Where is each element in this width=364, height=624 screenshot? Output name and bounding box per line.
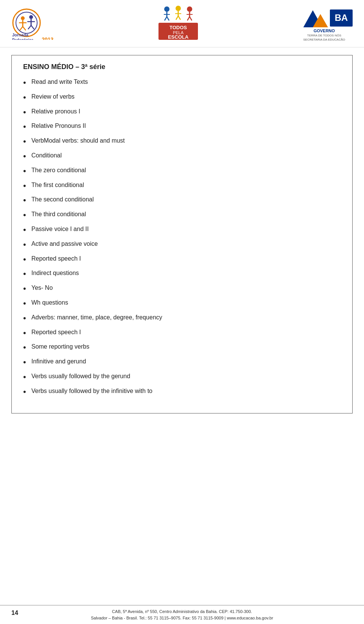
- list-item-text: Conditional: [31, 151, 62, 160]
- list-item: Active and passive voice: [23, 240, 341, 251]
- bahia-logo-svg: BA GOVERNO TERRA DE TODOS NÓS SECRETARIA…: [292, 6, 356, 41]
- list-item-text: The third conditional: [31, 210, 86, 218]
- jornada-logo-svg: Jornada Pedagógica 2013: [11, 8, 61, 40]
- svg-line-19: [167, 17, 169, 20]
- svg-line-10: [28, 25, 31, 29]
- svg-text:SECRETARIA DA EDUCAÇÃO: SECRETARIA DA EDUCAÇÃO: [303, 38, 345, 41]
- list-item-text: The second conditional: [31, 195, 94, 204]
- list-item-text: Verbs usually followed by the gerund: [31, 372, 130, 380]
- list-item: Adverbs: manner, time, place, degree, fr…: [23, 313, 341, 324]
- list-item-text: Active and passive voice: [31, 240, 98, 248]
- content-box: ENSINO MÉDIO – 3ª série Read and write T…: [11, 55, 353, 413]
- footer-line2: Salvador – Bahia - Brasil. Tel.: 55 71 3…: [91, 615, 273, 621]
- list-item-text: VerbModal verbs: should and must: [31, 137, 125, 145]
- list-item-text: Reported speech I: [31, 328, 81, 336]
- footer-line1: CAB, 5ª Avenida, nº 550, Centro Administ…: [91, 608, 273, 615]
- svg-text:2013: 2013: [42, 36, 53, 40]
- svg-line-24: [178, 16, 180, 20]
- list-item: Relative Pronouns II: [23, 122, 341, 133]
- list-item-text: Passive voice I and II: [31, 225, 89, 233]
- svg-line-18: [165, 17, 167, 20]
- todos-logo-svg: TODOS PELA ESCOLA: [155, 5, 201, 42]
- header: Jornada Pedagógica 2013: [0, 0, 364, 47]
- list-item-text: The first conditional: [31, 181, 84, 189]
- svg-point-25: [187, 6, 192, 12]
- svg-line-23: [176, 16, 178, 20]
- svg-text:Jornada: Jornada: [12, 33, 29, 37]
- list-item: Reported speech I: [23, 328, 341, 339]
- list-item-text: Wh questions: [31, 299, 68, 307]
- svg-text:Pedagógica: Pedagógica: [12, 38, 34, 40]
- list-item: Passive voice I and II: [23, 225, 341, 236]
- list-item-text: Review of verbs: [31, 93, 75, 101]
- list-item: Yes- No: [23, 284, 341, 295]
- list-item-text: Yes- No: [31, 284, 53, 292]
- svg-point-2: [21, 16, 25, 20]
- list-item: VerbModal verbs: should and must: [23, 137, 341, 148]
- logo-todos: TODOS PELA ESCOLA: [155, 5, 201, 42]
- footer: 14 CAB, 5ª Avenida, nº 550, Centro Admin…: [0, 605, 364, 624]
- svg-line-5: [20, 27, 23, 30]
- list-item-text: The zero conditional: [31, 166, 86, 174]
- list-item: Some reporting verbs: [23, 343, 341, 354]
- section-title: ENSINO MÉDIO – 3ª série: [23, 63, 341, 71]
- logo-jornada: Jornada Pedagógica 2013: [11, 8, 61, 40]
- list-item: Relative pronous I: [23, 107, 341, 118]
- svg-line-29: [190, 17, 192, 20]
- list-item: Review of verbs: [23, 93, 341, 104]
- list-item-text: Reported speech I: [31, 255, 81, 263]
- list-item: The third conditional: [23, 210, 341, 221]
- list-item-text: Indirect questions: [31, 269, 79, 277]
- svg-point-15: [164, 6, 169, 12]
- logo-bahia: BA GOVERNO TERRA DE TODOS NÓS SECRETARIA…: [296, 6, 353, 41]
- list-item: Verbs usually followed by the infinitive…: [23, 387, 341, 398]
- main-content: ENSINO MÉDIO – 3ª série Read and write T…: [0, 47, 364, 605]
- bullet-list: Read and write TextsReview of verbsRelat…: [23, 78, 341, 398]
- svg-line-6: [23, 27, 26, 30]
- list-item-text: Relative pronous I: [31, 107, 80, 116]
- list-item: The second conditional: [23, 195, 341, 206]
- svg-text:GOVERNO: GOVERNO: [314, 28, 335, 33]
- svg-text:BA: BA: [335, 13, 348, 23]
- svg-text:TERRA DE TODOS NÓS: TERRA DE TODOS NÓS: [307, 34, 341, 37]
- list-item-text: Some reporting verbs: [31, 343, 89, 351]
- list-item: Wh questions: [23, 299, 341, 310]
- list-item: Read and write Texts: [23, 78, 341, 89]
- page: Jornada Pedagógica 2013: [0, 0, 364, 624]
- list-item-text: Read and write Texts: [31, 78, 88, 86]
- svg-point-7: [29, 15, 33, 19]
- svg-line-11: [31, 25, 34, 29]
- svg-text:TODOS: TODOS: [169, 25, 187, 30]
- footer-text: CAB, 5ª Avenida, nº 550, Centro Administ…: [91, 608, 273, 621]
- list-item: Infinitive and gerund: [23, 357, 341, 368]
- list-item: The first conditional: [23, 181, 341, 192]
- list-item: Indirect questions: [23, 269, 341, 280]
- list-item-text: Adverbs: manner, time, place, degree, fr…: [31, 313, 162, 322]
- list-item: Verbs usually followed by the gerund: [23, 372, 341, 383]
- list-item-text: Verbs usually followed by the infinitive…: [31, 387, 152, 395]
- svg-point-20: [176, 6, 181, 11]
- list-item-text: Infinitive and gerund: [31, 357, 86, 366]
- svg-text:ESCOLA: ESCOLA: [168, 34, 189, 40]
- page-number: 14: [11, 610, 18, 616]
- list-item: Conditional: [23, 151, 341, 162]
- list-item: The zero conditional: [23, 166, 341, 177]
- svg-line-28: [187, 17, 190, 20]
- list-item: Reported speech I: [23, 255, 341, 266]
- list-item-text: Relative Pronouns II: [31, 122, 86, 130]
